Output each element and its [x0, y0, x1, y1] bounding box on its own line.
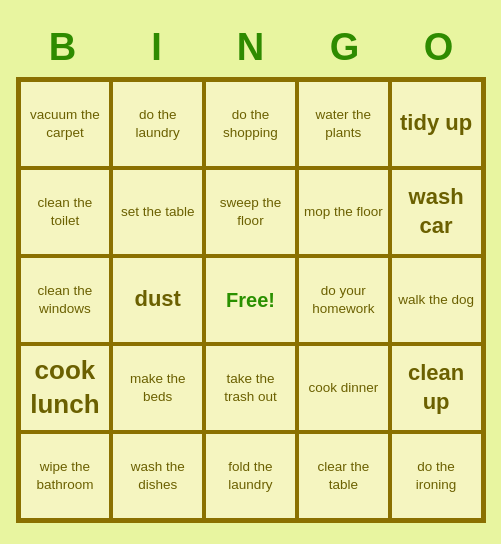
bingo-cell-1: do the laundry: [111, 80, 204, 168]
bingo-grid: vacuum the carpetdo the laundrydo the sh…: [16, 77, 486, 523]
bingo-cell-9: wash car: [390, 168, 483, 256]
bingo-letter-o: O: [392, 22, 486, 73]
bingo-letter-n: N: [204, 22, 298, 73]
bingo-cell-22: fold the laundry: [204, 432, 297, 520]
bingo-cell-19: clean up: [390, 344, 483, 432]
bingo-cell-0: vacuum the carpet: [19, 80, 112, 168]
bingo-cell-7: sweep the floor: [204, 168, 297, 256]
bingo-cell-5: clean the toilet: [19, 168, 112, 256]
bingo-cell-2: do the shopping: [204, 80, 297, 168]
bingo-cell-23: clear the table: [297, 432, 390, 520]
bingo-cell-14: walk the dog: [390, 256, 483, 344]
bingo-letter-b: B: [16, 22, 110, 73]
bingo-cell-15: cook lunch: [19, 344, 112, 432]
bingo-cell-17: take the trash out: [204, 344, 297, 432]
bingo-letter-i: I: [110, 22, 204, 73]
bingo-cell-11: dust: [111, 256, 204, 344]
bingo-cell-16: make the beds: [111, 344, 204, 432]
bingo-cell-4: tidy up: [390, 80, 483, 168]
bingo-cell-20: wipe the bathroom: [19, 432, 112, 520]
bingo-cell-18: cook dinner: [297, 344, 390, 432]
bingo-cell-3: water the plants: [297, 80, 390, 168]
bingo-cell-24: do the ironing: [390, 432, 483, 520]
bingo-cell-10: clean the windows: [19, 256, 112, 344]
bingo-cell-21: wash the dishes: [111, 432, 204, 520]
bingo-cell-12: Free!: [204, 256, 297, 344]
bingo-cell-13: do your homework: [297, 256, 390, 344]
bingo-letter-g: G: [298, 22, 392, 73]
bingo-card: BINGO vacuum the carpetdo the laundrydo …: [6, 12, 496, 533]
bingo-header: BINGO: [16, 22, 486, 73]
bingo-cell-6: set the table: [111, 168, 204, 256]
bingo-cell-8: mop the floor: [297, 168, 390, 256]
